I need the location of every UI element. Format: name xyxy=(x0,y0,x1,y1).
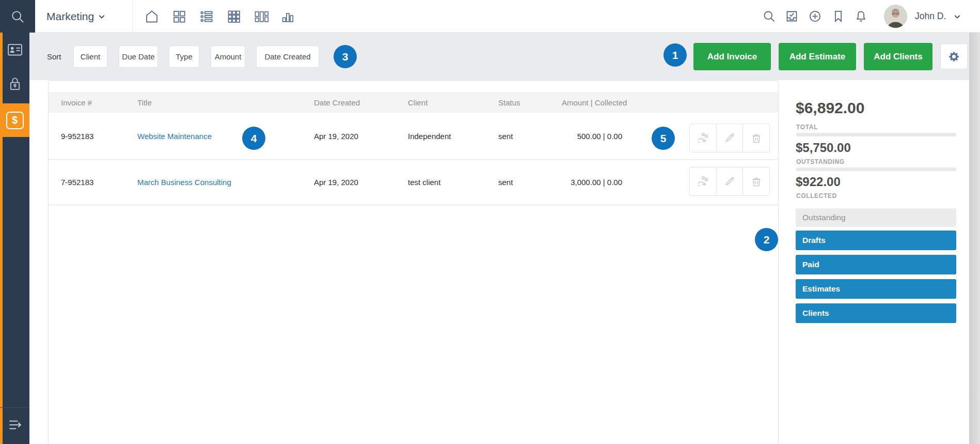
bar-chart-icon[interactable] xyxy=(279,8,295,24)
sidebar-divider xyxy=(0,407,29,408)
search-icon[interactable] xyxy=(762,9,776,23)
collected-amount: $922.00 xyxy=(796,175,841,189)
invoice-app: Marketing xyxy=(0,0,980,444)
scrollbar-track[interactable] xyxy=(969,33,980,444)
masonry-view-icon[interactable] xyxy=(253,8,269,24)
total-amount: $6,892.00 xyxy=(796,99,864,117)
total-label: TOTAL xyxy=(796,124,818,131)
user-name[interactable]: John D. xyxy=(915,0,946,33)
sidebar-item-security[interactable] xyxy=(8,75,22,92)
invoice-amount: 3,000.00 | 0.00 xyxy=(537,160,622,205)
delete-trash-icon xyxy=(750,175,763,188)
invoice-title-text[interactable]: Website Maintenance xyxy=(137,132,212,141)
sidebar-item-contacts[interactable] xyxy=(6,41,24,58)
user-chevron-down-icon[interactable] xyxy=(953,12,961,21)
collected-label: COLLECTED xyxy=(796,192,837,200)
invoice-title-text[interactable]: March Business Consulting xyxy=(137,178,231,187)
column-header-title: Title xyxy=(137,92,152,113)
invoice-date: Apr 19, 2020 xyxy=(314,113,358,159)
sidebar xyxy=(0,33,29,444)
column-header-amount-collected: Amount | Collected xyxy=(562,92,627,113)
sort-by-amount-button[interactable]: Amount xyxy=(211,45,245,68)
notifications-bell-icon[interactable] xyxy=(854,9,868,23)
delete-button[interactable] xyxy=(742,124,769,152)
row-actions xyxy=(689,167,770,196)
user-avatar[interactable] xyxy=(884,5,907,28)
list-view-icon[interactable] xyxy=(198,8,214,24)
tasks-check-icon[interactable] xyxy=(785,9,799,23)
sort-by-due-date-button[interactable]: Due Date xyxy=(119,45,158,68)
filter-outstanding-button[interactable]: Outstanding xyxy=(796,208,956,227)
invoice-status: sent xyxy=(498,160,513,205)
invoice-amount: 500.00 | 0.00 xyxy=(537,113,622,159)
annotation-badge-1: 1 xyxy=(663,43,687,67)
edit-pencil-icon xyxy=(723,132,736,144)
sidebar-collapse-button[interactable] xyxy=(6,416,24,434)
annotation-badge-5: 5 xyxy=(652,127,675,150)
filter-paid-button[interactable]: Paid xyxy=(796,255,956,274)
chevron-down-icon xyxy=(98,12,106,21)
filter-estimates-button[interactable]: Estimates xyxy=(796,279,956,299)
outstanding-amount: $5,750.00 xyxy=(796,141,851,155)
invoice-date: Apr 19, 2020 xyxy=(314,160,358,205)
add-circle-icon[interactable] xyxy=(808,9,822,23)
sort-by-date-created-button[interactable]: Date Created xyxy=(256,45,319,68)
collect-payment-icon xyxy=(696,131,709,145)
sort-by-client-button[interactable]: Client xyxy=(73,45,107,68)
sort-by-type-button[interactable]: Type xyxy=(169,45,199,68)
column-header-invoice: Invoice # xyxy=(61,92,92,113)
column-header-client: Client xyxy=(408,92,428,113)
add-clients-button[interactable]: Add Clients xyxy=(864,43,932,70)
collect-payment-icon xyxy=(696,175,709,188)
invoice-title-link[interactable]: Website Maintenance xyxy=(137,113,212,159)
contacts-card-icon xyxy=(7,41,23,58)
bookmark-icon[interactable] xyxy=(831,9,845,23)
column-header-date-created: Date Created xyxy=(314,92,360,113)
invoice-number: 9-952183 xyxy=(61,113,93,159)
workspace-selector[interactable]: Marketing xyxy=(46,0,106,33)
invoice-client: Independent xyxy=(408,113,451,159)
summary-divider-bar xyxy=(796,133,956,136)
dashboard-grid-icon[interactable] xyxy=(171,8,187,24)
sidebar-accent-stripe xyxy=(0,33,3,444)
summary-divider-bar xyxy=(796,167,956,171)
add-estimate-button[interactable]: Add Estimate xyxy=(779,43,856,70)
row-actions xyxy=(689,124,770,152)
outstanding-label: OUTSTANDING xyxy=(796,158,845,165)
filter-drafts-button[interactable]: Drafts xyxy=(796,231,956,250)
edit-button[interactable] xyxy=(716,167,743,195)
delete-trash-icon xyxy=(750,132,763,144)
invoice-title-link[interactable]: March Business Consulting xyxy=(137,160,231,205)
invoice-status: sent xyxy=(498,113,513,159)
annotation-badge-3: 3 xyxy=(334,45,357,68)
filter-clients-button[interactable]: Clients xyxy=(796,303,956,323)
edit-button[interactable] xyxy=(716,124,743,152)
delete-button[interactable] xyxy=(742,167,769,195)
collect-payment-button[interactable] xyxy=(690,167,716,195)
column-header-status: Status xyxy=(498,92,520,113)
topbar-divider xyxy=(132,0,133,33)
invoice-client: test client xyxy=(408,160,440,205)
sort-label: Sort xyxy=(47,33,61,80)
gear-icon xyxy=(948,51,960,63)
collect-payment-button[interactable] xyxy=(690,124,716,152)
sidebar-search-button[interactable] xyxy=(0,0,35,33)
annotation-badge-4: 4 xyxy=(242,127,265,150)
settings-button[interactable] xyxy=(940,43,968,69)
annotation-badge-2: 2 xyxy=(755,228,778,251)
dollar-icon: $ xyxy=(6,112,24,129)
workspace-label: Marketing xyxy=(46,10,94,23)
search-icon xyxy=(10,9,25,24)
add-invoice-button[interactable]: Add Invoice xyxy=(693,43,771,70)
home-icon[interactable] xyxy=(144,8,160,24)
sidebar-item-billing-active[interactable]: $ xyxy=(0,103,29,137)
grid-3x3-icon[interactable] xyxy=(226,8,242,24)
invoice-number: 7-952183 xyxy=(61,160,93,205)
edit-pencil-icon xyxy=(723,175,736,188)
row-divider xyxy=(49,205,778,205)
lock-icon xyxy=(8,75,22,92)
user-name-label: John D. xyxy=(915,11,946,22)
collapse-arrow-icon xyxy=(7,417,23,433)
